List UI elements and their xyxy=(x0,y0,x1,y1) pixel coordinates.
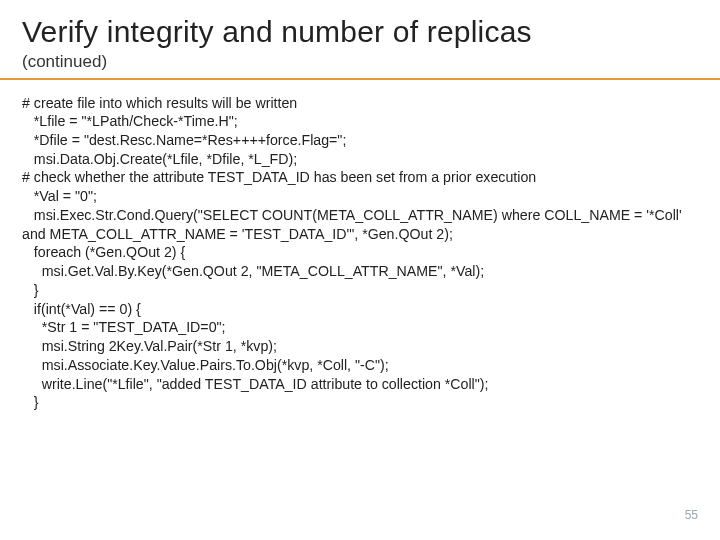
page-title: Verify integrity and number of replicas xyxy=(22,16,698,48)
page-number: 55 xyxy=(685,508,698,522)
subtitle: (continued) xyxy=(22,52,698,72)
divider xyxy=(0,78,720,80)
slide: Verify integrity and number of replicas … xyxy=(0,0,720,540)
code-block: # create file into which results will be… xyxy=(22,94,698,412)
